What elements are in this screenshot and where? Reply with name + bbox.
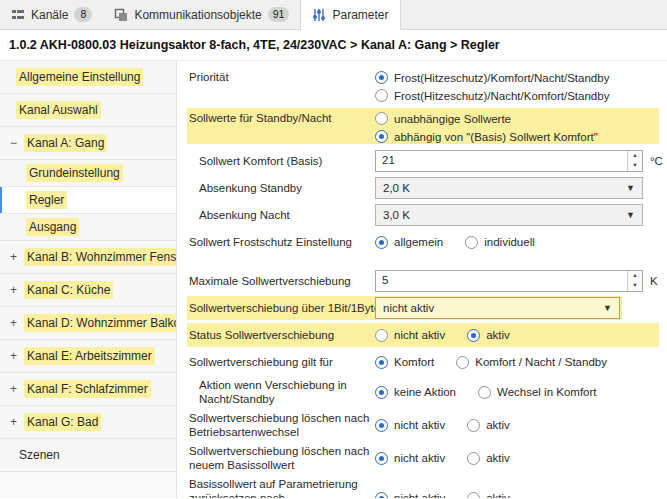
sidebar-item-label: Szenen [16,446,63,464]
radio-label: nicht aktiv [394,452,445,464]
expand-icon[interactable]: + [7,382,20,396]
tab-parameter[interactable]: Parameter [300,0,400,30]
sidebar-item-kanal-a[interactable]: − Kanal A: Gang [0,127,176,160]
sidebar-item-kanal-b[interactable]: + Kanal B: Wohnzimmer Fenster [0,241,176,274]
param-row-prioritaet: Priorität Frost(Hitzeschutz)/Komfort/Nac… [187,67,659,103]
param-row-absenkung-nacht: Absenkung Nacht 3,0 K ▼ [187,203,659,227]
radio-label: nicht aktiv [394,492,445,498]
param-label: Sollwertverschiebung löschen nach Betrie… [189,411,375,439]
sidebar-item-kanal-e[interactable]: + Kanal E: Arbeitszimmer [0,340,176,373]
sollwert-komfort-input[interactable]: 21 ▲ ▼ [375,150,643,172]
radio-sollwerte-option2[interactable]: abhängig von "(Basis) Sollwert Komfort" [375,130,598,143]
sidebar-item-regler[interactable]: Regler [0,187,176,214]
sidebar-item-kanal-d[interactable]: + Kanal D: Wohnzimmer Balkon [0,307,176,340]
radio-selected-icon [375,236,388,249]
sidebar-item-label: Allgemeine Einstellung [16,68,143,86]
radio-loeschen-betriebsart-nicht-aktiv[interactable]: nicht aktiv [375,419,445,432]
sidebar-item-grundeinstellung[interactable]: Grundeinstellung [0,160,176,187]
radio-aktion-wechsel-komfort[interactable]: Wechsel in Komfort [478,386,597,399]
tab-kommunikationsobjekte-badge: 91 [268,7,290,22]
sidebar-item-label: Ausgang [26,218,79,236]
radio-label: aktiv [486,452,510,464]
radio-aktion-keine[interactable]: keine Aktion [375,386,456,399]
sidebar-item-label: Kanal E: Arbeitszimmer [24,347,155,365]
param-row-sollwerte-standby-nacht: Sollwerte für Standby/Nacht unabhängige … [187,108,659,144]
expand-icon[interactable]: + [7,283,20,297]
sidebar-item-ausgang[interactable]: Ausgang [0,214,176,241]
radio-label: allgemein [394,236,443,248]
tab-kommunikationsobjekte-label: Kommunikationsobjekte [134,8,261,22]
input-value: 5 [376,271,627,291]
sidebar-item-kanal-auswahl[interactable]: Kanal Auswahl [0,94,176,127]
radio-label: Frost(Hitzeschutz)/Nacht/Komfort/Standby [394,90,609,102]
absenkung-standby-select[interactable]: 2,0 K ▼ [375,177,643,199]
absenkung-nacht-select[interactable]: 3,0 K ▼ [375,204,643,226]
dropdown-value: 2,0 K [383,182,626,194]
sidebar-item-allgemeine-einstellung[interactable]: Allgemeine Einstellung [0,61,176,94]
spinner-up-icon[interactable]: ▲ [628,271,642,281]
radio-basissollwert-reset-aktiv[interactable]: aktiv [467,492,510,499]
radio-loeschen-basissollwert-aktiv[interactable]: aktiv [467,452,510,465]
radio-unselected-icon [467,492,480,499]
expand-icon[interactable]: + [7,316,20,330]
expand-icon[interactable]: + [7,349,20,363]
tab-kommunikationsobjekte[interactable]: Kommunikationsobjekte 91 [103,0,300,29]
max-verschiebung-input[interactable]: 5 ▲ ▼ [375,270,643,292]
param-label: Sollwert Komfort (Basis) [189,154,375,168]
radio-selected-icon [375,356,388,369]
param-label: Sollwertverschiebung gilt für [189,355,375,369]
radio-gilt-komfort[interactable]: Komfort [375,356,434,369]
radio-gilt-komfort-nacht-standby[interactable]: Komfort / Nacht / Standby [456,356,607,369]
sidebar-item-kanal-c[interactable]: + Kanal C: Küche [0,274,176,307]
param-label: Absenkung Nacht [189,208,375,222]
radio-label: nicht aktiv [394,329,445,341]
param-label: Aktion wenn Verschiebung in Nacht/Standb… [189,378,375,406]
sidebar-item-kanal-g[interactable]: + Kanal G: Bad [0,406,176,439]
expand-icon[interactable]: + [7,415,20,429]
param-row-verschiebung-gilt: Sollwertverschiebung gilt für Komfort Ko… [187,350,659,374]
verschiebung-objekt-select[interactable]: nicht aktiv ▼ [375,297,620,319]
radio-frostschutz-allgemein[interactable]: allgemein [375,236,443,249]
unit-label: °C [650,155,663,167]
radio-label: keine Aktion [394,386,456,398]
sidebar: Allgemeine Einstellung Kanal Auswahl − K… [0,61,177,498]
radio-loeschen-betriebsart-aktiv[interactable]: aktiv [467,419,510,432]
radio-label: aktiv [486,329,510,341]
radio-status-nicht-aktiv[interactable]: nicht aktiv [375,329,445,342]
radio-sollwerte-option1[interactable]: unabhängige Sollwerte [375,112,511,125]
radio-loeschen-basissollwert-nicht-aktiv[interactable]: nicht aktiv [375,452,445,465]
param-row-frostschutz: Sollwert Frostschutz Einstellung allgeme… [187,230,659,254]
radio-label: abhängig von "(Basis) Sollwert Komfort" [394,131,598,143]
param-row-verschiebung-objekt: Sollwertverschiebung über 1Bit/1Byte Obj… [187,296,622,320]
expand-icon[interactable]: + [7,250,20,264]
sidebar-item-label: Kanal G: Bad [24,413,101,431]
breadcrumb-text: 1.0.2 AKH-0800.03 Heizungsaktor 8-fach, … [9,38,500,52]
sidebar-item-kanal-f[interactable]: + Kanal F: Schlafzimmer [0,373,176,406]
radio-label: aktiv [486,419,510,431]
radio-status-aktiv[interactable]: aktiv [467,329,510,342]
radio-unselected-icon [467,452,480,465]
tab-bar: Kanäle 8 Kommunikationsobjekte 91 Parame… [0,0,667,30]
spinner-up-icon[interactable]: ▲ [628,151,642,161]
app-window: Kanäle 8 Kommunikationsobjekte 91 Parame… [0,0,667,498]
collapse-icon[interactable]: − [7,136,20,150]
param-label: Basissollwert auf Parametrierung zurücks… [189,477,375,498]
param-label: Priorität [189,70,375,84]
radio-unselected-icon [375,112,388,125]
dropdown-value: nicht aktiv [383,302,603,314]
radio-prioritaet-option1[interactable]: Frost(Hitzeschutz)/Komfort/Nacht/Standby [375,71,609,84]
tab-kanaele[interactable]: Kanäle 8 [0,0,103,29]
spinner-down-icon[interactable]: ▼ [628,281,642,291]
comm-objects-icon [114,8,128,22]
radio-frostschutz-individuell[interactable]: individuell [465,236,535,249]
radio-prioritaet-option2[interactable]: Frost(Hitzeschutz)/Nacht/Komfort/Standby [375,89,609,102]
radio-basissollwert-reset-nicht-aktiv[interactable]: nicht aktiv [375,492,445,499]
param-label: Maximale Sollwertverschiebung [189,274,375,288]
unit-label: K [650,275,658,287]
param-label: Sollwertverschiebung löschen nach neuem … [189,444,375,472]
spinner-down-icon[interactable]: ▼ [628,161,642,171]
sidebar-item-szenen[interactable]: Szenen [0,439,176,472]
param-label: Sollwerte für Standby/Nacht [189,111,375,125]
channels-icon [11,8,25,22]
param-row-loeschen-basissollwert: Sollwertverschiebung löschen nach neuem … [187,443,659,473]
